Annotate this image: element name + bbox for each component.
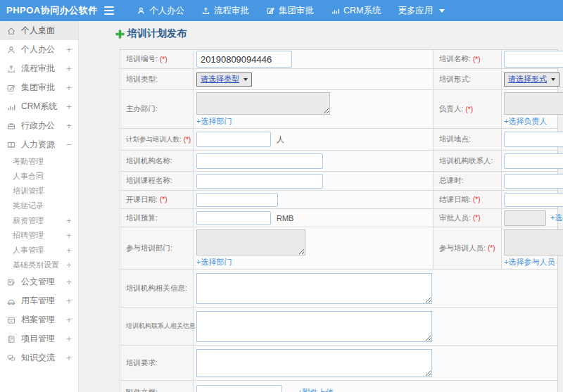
attachment-input[interactable] (196, 385, 282, 392)
sidebar-item-personal-office[interactable]: 个人办公 + (0, 40, 78, 59)
training-number-label: 培训编号:(*) (120, 50, 194, 68)
attachment-upload-link[interactable]: +附件上传 (298, 387, 333, 392)
approvers-box[interactable] (504, 210, 546, 226)
budget-label: 培训预算: (120, 209, 194, 227)
user-icon (6, 45, 16, 55)
training-type-label: 培训类型: (120, 69, 194, 89)
archive-icon (6, 315, 16, 325)
participants-label: 参与培训人员:(*) (434, 227, 502, 269)
nav-label: 集团审批 (279, 5, 314, 17)
sidebar: 个人桌面 个人办公 + 流程审批 + 集团审批 + CRM系统 + 行政办公 + (0, 21, 79, 392)
book-icon (6, 140, 16, 150)
start-date-label: 开课日期:(*) (120, 191, 194, 208)
org-contact-info-textarea[interactable] (196, 311, 432, 342)
sidebar-item-crm-system[interactable]: CRM系统 + (0, 97, 78, 116)
training-name-input[interactable] (504, 51, 563, 68)
caret-down-icon (439, 9, 445, 13)
select-participants-link[interactable]: +选择参与人员 (504, 257, 555, 267)
select-department-link[interactable]: +选择部门 (196, 257, 232, 267)
sidebar-subitem-reward-punishment-records[interactable]: 奖惩记录 (0, 198, 78, 213)
chart-icon (6, 102, 16, 112)
nav-personal-office[interactable]: 个人办公 (128, 0, 193, 21)
planned-participants-label: 计划参与培训人数:(*) (120, 129, 194, 150)
training-location-input[interactable] (504, 132, 563, 147)
nav-crm-system[interactable]: CRM系统 (322, 0, 389, 21)
sidebar-item-workflow-approval[interactable]: 流程审批 + (0, 59, 78, 78)
sidebar-item-group-approval[interactable]: 集团审批 + (0, 78, 78, 97)
training-location-label: 培训地点: (434, 129, 502, 150)
add-plus-icon (115, 30, 125, 39)
select-leader-link[interactable]: +选择负责人 (504, 116, 547, 127)
main-content: 培训计划发布 培训编号:(*) 培训名称:(*) 培训类型: (79, 21, 563, 392)
nav-label: CRM系统 (343, 5, 381, 17)
form-row: 培训要求: (120, 346, 557, 381)
sidebar-subitem-attendance-management[interactable]: 考勤管理 (0, 154, 78, 169)
training-number-input[interactable] (196, 51, 292, 68)
sidebar-subitem-personnel-management[interactable]: 人事管理 + (0, 243, 78, 258)
total-hours-input[interactable] (504, 174, 563, 189)
sidebar-item-document-management[interactable]: 公文管理 + (0, 272, 78, 291)
total-hours-label: 总课时: (434, 172, 502, 190)
nav-more-apps[interactable]: 更多应用 (389, 0, 453, 21)
sidebar-item-archive-management[interactable]: 档案管理 + (0, 310, 78, 329)
sidebar-subitem-personnel-contract[interactable]: 人事合同 (0, 169, 78, 184)
edit-icon (266, 6, 275, 15)
sidebar-item-project-management[interactable]: 项目管理 + (0, 329, 78, 348)
chat-icon (6, 353, 16, 363)
org-name-input[interactable] (196, 153, 323, 169)
sidebar-item-knowledge-exchange[interactable]: 知识交流 + (0, 348, 78, 367)
notebook-icon (6, 334, 16, 344)
leader-textarea[interactable] (504, 92, 563, 115)
form-row: 培训机构名称: 培训机构联系人: (120, 151, 557, 172)
sidebar-item-human-resources[interactable]: 人力资源 − (0, 135, 78, 154)
org-contact-input[interactable] (504, 153, 563, 169)
budget-input[interactable] (196, 211, 271, 225)
approvers-label: 审批人员:(*) (434, 209, 502, 227)
sidebar-subitem-training-management[interactable]: 培训管理 (0, 184, 78, 198)
form-row: 培训编号:(*) 培训名称:(*) (120, 50, 557, 69)
car-icon (6, 296, 16, 306)
org-info-textarea[interactable] (196, 273, 432, 304)
form-row: 培训机构联系人相关信息: (120, 308, 557, 346)
hamburger-menu-icon[interactable] (104, 4, 118, 18)
sidebar-subitem-salary-management[interactable]: 薪资管理 + (0, 213, 78, 228)
app-logo: PHPOA协同办公软件 (0, 4, 104, 17)
participating-departments-label: 参与培训部门: (120, 227, 194, 269)
planned-participants-input[interactable] (196, 132, 271, 147)
caret-down-icon (243, 78, 248, 81)
participants-textarea[interactable] (504, 229, 563, 255)
start-date-input[interactable] (196, 193, 278, 207)
host-department-textarea[interactable] (196, 92, 330, 115)
course-name-input[interactable] (196, 174, 323, 189)
form-row: 培训机构相关信息: (120, 270, 557, 308)
select-approvers-link[interactable]: +选择审批人员 (550, 213, 563, 223)
nav-group-approval[interactable]: 集团审批 (258, 0, 322, 21)
course-name-label: 培训课程名称: (120, 172, 194, 190)
home-icon (6, 26, 16, 36)
briefcase-icon (6, 121, 16, 131)
chart-icon (331, 6, 340, 15)
caret-down-icon (551, 78, 555, 81)
end-date-input[interactable] (504, 193, 563, 207)
nav-workflow-approval[interactable]: 流程审批 (193, 0, 258, 21)
training-form-select[interactable]: 请选择形式 (504, 72, 559, 87)
org-contact-label: 培训机构联系人: (434, 151, 502, 171)
sidebar-item-vehicle-management[interactable]: 用车管理 + (0, 291, 78, 310)
training-type-select[interactable]: 请选择类型 (196, 72, 252, 87)
page-title: 培训计划发布 (115, 27, 563, 40)
sidebar-subitem-basic-category-settings[interactable]: 基础类别设置 + (0, 258, 78, 272)
sidebar-item-admin-office[interactable]: 行政办公 + (0, 116, 78, 135)
form-row: 主办部门: +选择部门 负责人:(*) +选择负责人 (120, 90, 557, 129)
select-department-link[interactable]: +选择部门 (196, 116, 232, 127)
nav-label: 流程审批 (214, 5, 249, 17)
end-date-label: 结课日期:(*) (434, 191, 502, 208)
unit-label: RMB (277, 214, 293, 222)
training-requirements-label: 培训要求: (120, 346, 194, 380)
training-requirements-textarea[interactable] (196, 349, 432, 377)
training-form-label: 培训形式: (434, 69, 502, 89)
sidebar-subitem-recruitment-management[interactable]: 招聘管理 + (0, 228, 78, 243)
sidebar-item-personal-desktop[interactable]: 个人桌面 (0, 21, 78, 40)
org-info-label: 培训机构相关信息: (120, 270, 194, 307)
training-name-label: 培训名称:(*) (434, 50, 502, 68)
participating-departments-textarea[interactable] (196, 229, 305, 255)
